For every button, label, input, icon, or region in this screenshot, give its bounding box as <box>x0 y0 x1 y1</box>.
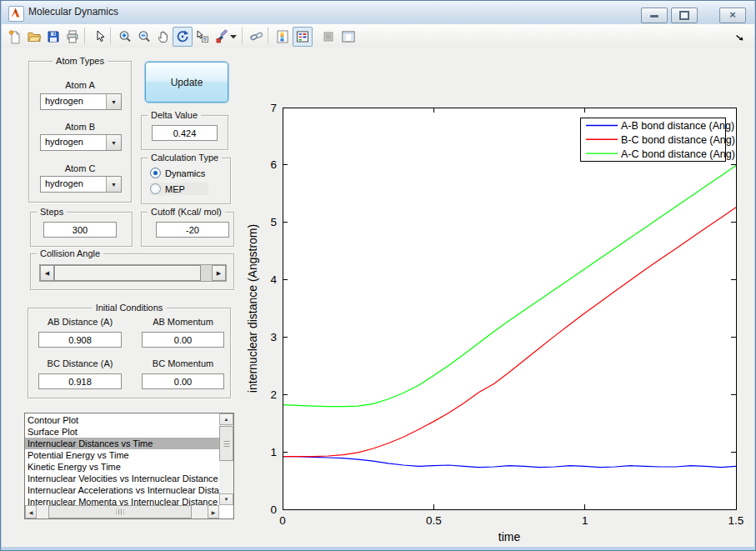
radio-selected-icon[interactable] <box>150 168 161 178</box>
atom-a-label: Atom A <box>29 80 131 90</box>
steps-title: Steps <box>37 207 67 218</box>
atom-types-panel: Atom Types Atom A hydrogen ▼ Atom B hydr… <box>28 61 132 203</box>
slider-thumb[interactable] <box>54 265 201 281</box>
open-file-button[interactable] <box>24 27 44 47</box>
show-plot-tools-button[interactable] <box>338 27 358 47</box>
print-button[interactable] <box>63 27 83 47</box>
pan-hand-icon <box>156 29 171 44</box>
insert-colorbar-button[interactable] <box>273 27 293 47</box>
scroll-left-button[interactable]: ◀ <box>25 505 37 518</box>
toolbar-separator <box>242 28 243 44</box>
cutoff-panel: Cutoff (Kcal/ mol) <box>141 212 234 247</box>
plot-type-listbox[interactable]: Contour PlotSurface PlotInternuclear Dis… <box>24 413 234 519</box>
y-tick-label: 7 <box>270 102 277 114</box>
bc-distance-label: BC Distance (A) <box>38 358 122 368</box>
open-file-icon <box>27 29 42 44</box>
right-arrow-icon: ▶ <box>212 509 216 515</box>
list-item[interactable]: Kinetic Energy vs Time <box>25 461 219 473</box>
toolbar-separator <box>84 28 85 44</box>
scroll-up-button[interactable]: ▲ <box>219 413 233 425</box>
save-button[interactable] <box>43 27 63 47</box>
rotate-3d-button[interactable] <box>173 27 193 47</box>
data-cursor-button[interactable] <box>193 27 213 47</box>
matlab-logo-icon <box>9 7 22 19</box>
atom-c-select[interactable]: hydrogen ▼ <box>40 176 122 193</box>
list-item[interactable]: Surface Plot <box>25 426 219 438</box>
list-item[interactable]: Internuclear Momenta vs Internuclear Dis… <box>25 496 219 505</box>
list-item[interactable]: Internuclear Accelerations vs Internucle… <box>25 484 219 496</box>
vertical-scroll-thumb[interactable] <box>219 426 233 461</box>
slider-right-arrow[interactable]: ▶ <box>212 265 226 281</box>
horizontal-scrollbar[interactable]: ◀ ▶ <box>25 505 219 518</box>
scroll-down-button[interactable]: ▼ <box>219 493 233 505</box>
y-tick-label: 2 <box>270 388 277 401</box>
ab-distance-label: AB Distance (A) <box>38 317 122 327</box>
toolbar-overflow-icon[interactable] <box>735 33 744 42</box>
radio-mep[interactable]: MEP <box>150 183 208 195</box>
y-tick-label: 1 <box>270 446 277 458</box>
bc-distance-input[interactable] <box>38 373 122 389</box>
cutoff-input[interactable] <box>156 222 229 238</box>
figure-canvas: Atom Types Atom A hydrogen ▼ Atom B hydr… <box>2 48 754 547</box>
y-tick-label: 3 <box>270 331 277 343</box>
steps-input[interactable] <box>43 222 117 238</box>
toolbar <box>2 24 754 48</box>
insert-legend-button[interactable] <box>293 27 313 47</box>
collision-angle-panel: Collision Angle ◀ ▶ <box>30 253 234 290</box>
atom-b-select[interactable]: hydrogen ▼ <box>40 134 122 151</box>
zoom-in-icon <box>118 29 133 44</box>
slider-left-arrow[interactable]: ◀ <box>40 265 54 281</box>
radio-mep-label: MEP <box>165 184 185 194</box>
pointer-icon <box>92 29 107 44</box>
colorbar-icon <box>275 29 290 44</box>
rotate-3d-icon <box>175 29 190 44</box>
bc-momentum-input[interactable] <box>142 373 224 389</box>
collision-angle-slider[interactable]: ◀ ▶ <box>39 264 227 282</box>
zoom-out-button[interactable] <box>134 27 154 47</box>
brush-dropdown-button[interactable] <box>228 27 239 47</box>
ab-distance-input[interactable] <box>38 332 122 348</box>
hide-plot-tools-icon <box>321 29 336 44</box>
ab-momentum-input[interactable] <box>142 332 224 348</box>
chevron-down-icon[interactable]: ▼ <box>106 135 121 150</box>
close-button[interactable]: × <box>719 8 746 23</box>
vertical-scrollbar[interactable]: ▲ ▼ <box>219 413 233 505</box>
radio-dynamics-label: Dynamics <box>165 168 205 178</box>
list-item[interactable]: Potential Energy vs Time <box>25 449 219 461</box>
list-item[interactable]: Internuclear Distances vs Time <box>25 438 219 449</box>
pointer-tool-button[interactable] <box>89 27 109 47</box>
close-icon: × <box>720 8 745 22</box>
pan-button[interactable] <box>153 27 173 47</box>
new-file-button[interactable] <box>5 27 25 47</box>
atom-b-value: hydrogen <box>45 137 83 147</box>
list-item[interactable]: Internuclear Velocities vs Internuclear … <box>25 473 219 484</box>
line-chart: 00.511.501234567timeinternuclear distanc… <box>243 51 753 549</box>
hide-plot-tools-button[interactable] <box>318 27 338 47</box>
save-icon <box>46 29 61 44</box>
x-tick-label: 1.5 <box>728 514 744 527</box>
title-bar: Molecular Dynamics × <box>2 1 754 25</box>
radio-unselected-icon[interactable] <box>150 183 161 194</box>
cutoff-title: Cutoff (Kcal/ mol) <box>148 207 225 218</box>
delta-value-input[interactable] <box>152 125 218 141</box>
update-button[interactable]: Update <box>145 62 228 103</box>
restore-button[interactable] <box>671 8 698 23</box>
atom-b-label: Atom B <box>29 122 131 132</box>
horizontal-scroll-thumb[interactable] <box>48 505 192 518</box>
atom-a-select[interactable]: hydrogen ▼ <box>40 93 122 110</box>
new-file-icon <box>8 29 23 44</box>
y-tick-label: 4 <box>270 273 277 286</box>
calculation-type-panel: Calculation Type Dynamics MEP <box>141 158 231 204</box>
zoom-out-icon <box>137 29 152 44</box>
chevron-down-icon[interactable]: ▼ <box>106 177 121 192</box>
list-item[interactable]: Contour Plot <box>25 414 219 426</box>
link-plot-button[interactable] <box>247 27 267 47</box>
zoom-in-button[interactable] <box>115 27 135 47</box>
chevron-down-icon[interactable]: ▼ <box>106 94 121 109</box>
radio-dynamics[interactable]: Dynamics <box>150 167 205 179</box>
y-tick-label: 0 <box>270 503 277 516</box>
minimize-button[interactable] <box>641 8 668 23</box>
legend-entry-label: A-C bond distance (Ang) <box>621 148 735 160</box>
scroll-right-button[interactable]: ▶ <box>208 505 219 518</box>
plot-background <box>283 108 736 509</box>
